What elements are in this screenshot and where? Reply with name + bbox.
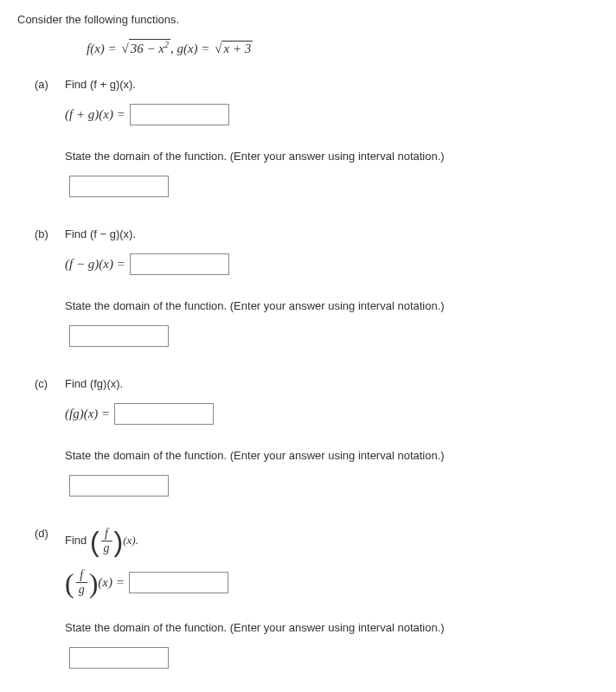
part-b-domain-input[interactable] xyxy=(69,325,169,347)
part-c-find: Find (fg)(x). xyxy=(65,377,599,390)
part-d-domain-text: State the domain of the function. (Enter… xyxy=(65,621,599,634)
part-a: (a) Find (f + g)(x). (f + g)(x) = State … xyxy=(17,78,599,197)
part-b-eq-lhs: (f − g)(x) = xyxy=(65,257,125,272)
frac-denominator: g xyxy=(101,541,112,555)
part-b-domain-text: State the domain of the function. (Enter… xyxy=(65,299,599,312)
part-d-find-prefix: Find xyxy=(65,534,90,547)
part-c-domain-input[interactable] xyxy=(69,475,169,497)
part-b-find: Find (f − g)(x). xyxy=(65,227,599,240)
part-a-domain-input[interactable] xyxy=(69,176,169,197)
f-radicand: 36 − x xyxy=(131,42,164,55)
part-c-equation: (fg)(x) = xyxy=(65,403,599,425)
part-d: (d) Find (fg)(x). (fg)(x) = State the do… xyxy=(17,527,599,669)
frac-numerator-2: f xyxy=(76,568,87,583)
paren-left-icon: ( xyxy=(90,526,99,557)
part-d-equation: (fg)(x) = xyxy=(65,568,599,597)
part-c-label: (c) xyxy=(35,377,65,390)
part-c-eq-lhs: (fg)(x) = xyxy=(65,407,110,421)
part-c-find-text: Find (fg)(x). xyxy=(65,377,123,390)
function-definitions: f(x) = √36 − x2, g(x) = √x + 3 xyxy=(87,39,599,56)
g-radicand: x + 3 xyxy=(221,41,253,56)
part-b-find-text: Find (f − g)(x). xyxy=(65,227,136,240)
part-c-domain-text: State the domain of the function. (Enter… xyxy=(65,449,599,462)
part-b-equation: (f − g)(x) = xyxy=(65,253,599,275)
part-c: (c) Find (fg)(x). (fg)(x) = State the do… xyxy=(17,377,599,497)
part-a-domain-input-wrap xyxy=(65,176,599,197)
part-a-label: (a) xyxy=(35,78,65,91)
part-b-answer-input[interactable] xyxy=(130,253,229,275)
f-exponent: 2 xyxy=(164,40,169,49)
part-c-answer-input[interactable] xyxy=(114,403,214,425)
part-a-equation: (f + g)(x) = xyxy=(65,104,599,125)
intro-text: Consider the following functions. xyxy=(17,13,599,26)
fraction-fg: fg xyxy=(101,527,112,555)
part-b-domain-input-wrap xyxy=(65,325,599,347)
part-d-answer-input[interactable] xyxy=(129,572,228,593)
part-d-find-suffix: (x). xyxy=(123,534,138,547)
part-a-answer-input[interactable] xyxy=(130,104,229,125)
part-d-find: Find (fg)(x). xyxy=(65,527,599,555)
part-b: (b) Find (f − g)(x). (f − g)(x) = State … xyxy=(17,227,599,347)
f-lhs: f(x) = xyxy=(87,42,119,55)
part-b-label: (b) xyxy=(35,227,65,240)
part-a-domain-text: State the domain of the function. (Enter… xyxy=(65,150,599,163)
part-a-eq-lhs: (f + g)(x) = xyxy=(65,107,125,122)
part-d-label: (d) xyxy=(35,527,65,555)
sqrt-g: √x + 3 xyxy=(215,41,253,56)
g-lhs: g(x) = xyxy=(176,42,213,55)
frac-denominator-2: g xyxy=(76,583,87,597)
part-d-domain-input-wrap xyxy=(65,647,599,669)
part-d-domain-input[interactable] xyxy=(69,647,169,669)
sqrt-f: √36 − x2 xyxy=(121,39,170,56)
part-a-find: Find (f + g)(x). xyxy=(65,78,599,91)
part-c-domain-input-wrap xyxy=(65,475,599,497)
frac-numerator: f xyxy=(101,527,112,541)
fraction-fg-2: fg xyxy=(76,568,87,597)
part-a-find-text: Find (f + g)(x). xyxy=(65,78,136,91)
paren-right-icon: ) xyxy=(114,526,124,557)
part-d-eq-suffix: (x) = xyxy=(98,575,125,590)
